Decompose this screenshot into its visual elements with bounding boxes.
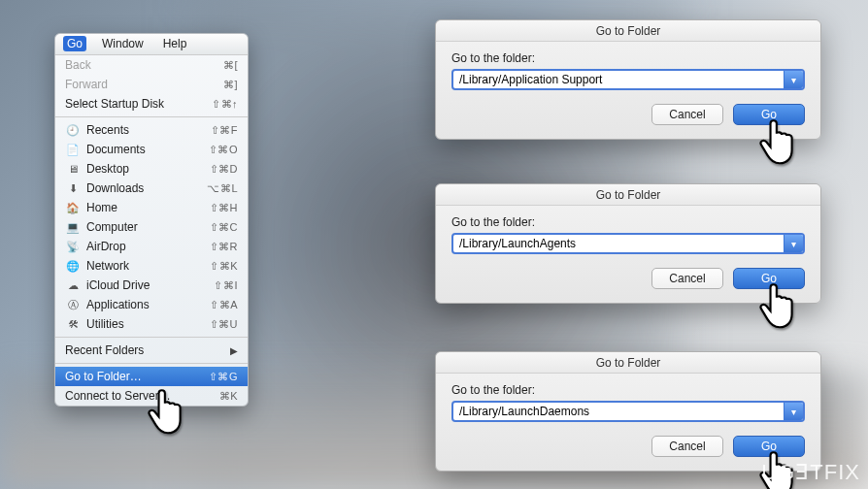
go-button[interactable]: Go — [733, 436, 805, 457]
menu-documents[interactable]: 📄 Documents ⇧⌘O — [55, 140, 248, 159]
document-icon: 📄 — [65, 144, 81, 156]
menu-separator — [55, 337, 248, 338]
menubar-window[interactable]: Window — [98, 36, 148, 51]
watermark-text: UGƎTFIX — [761, 460, 860, 485]
dialog-title: Go to Folder — [436, 352, 820, 374]
menu-connect-to-server[interactable]: Connect to Server… ⌘K — [55, 386, 248, 406]
go-menu-dropdown: Go Window Help Back ⌘[ Forward ⌘] Select… — [54, 33, 249, 407]
menu-back: Back ⌘[ — [55, 55, 248, 75]
menubar-help[interactable]: Help — [159, 36, 191, 51]
chevron-down-icon: ▾ — [791, 239, 796, 249]
go-to-folder-dialog-2: Go to Folder Go to the folder: ▾ Cancel … — [435, 183, 821, 304]
clock-icon: 🕘 — [65, 124, 81, 137]
menu-home[interactable]: 🏠 Home ⇧⌘H — [55, 198, 248, 217]
computer-icon: 💻 — [65, 221, 81, 234]
dialog-title: Go to Folder — [436, 20, 820, 42]
menu-network[interactable]: 🌐 Network ⇧⌘K — [55, 256, 248, 276]
go-button[interactable]: Go — [733, 104, 805, 125]
menu-recents[interactable]: 🕘 Recents ⇧⌘F — [55, 120, 248, 140]
menu-recent-folders[interactable]: Recent Folders ▶ — [55, 341, 248, 360]
menu-select-startup-disk[interactable]: Select Startup Disk ⇧⌘↑ — [55, 94, 248, 114]
menu-downloads[interactable]: ⬇ Downloads ⌥⌘L — [55, 179, 248, 198]
go-to-folder-dialog-3: Go to Folder Go to the folder: ▾ Cancel … — [435, 351, 821, 472]
chevron-right-icon: ▶ — [230, 345, 238, 356]
menu-computer[interactable]: 💻 Computer ⇧⌘C — [55, 217, 248, 237]
folder-path-input[interactable] — [453, 235, 784, 252]
folder-path-input[interactable] — [453, 403, 784, 420]
dialog-prompt-label: Go to the folder: — [451, 215, 805, 229]
folder-path-combobox[interactable]: ▾ — [451, 233, 805, 254]
dialog-prompt-label: Go to the folder: — [451, 383, 805, 397]
folder-path-input[interactable] — [453, 71, 784, 88]
folder-path-combobox[interactable]: ▾ — [451, 401, 805, 422]
cancel-button[interactable]: Cancel — [651, 436, 723, 457]
menu-separator — [55, 116, 248, 117]
airdrop-icon: 📡 — [65, 241, 81, 253]
cancel-button[interactable]: Cancel — [651, 268, 723, 289]
desktop-icon: 🖥 — [65, 163, 81, 175]
dropdown-button[interactable]: ▾ — [784, 235, 803, 252]
go-to-folder-dialog-1: Go to Folder Go to the folder: ▾ Cancel … — [435, 19, 821, 140]
menu-icloud-drive[interactable]: ☁ iCloud Drive ⇧⌘I — [55, 276, 248, 295]
menu-utilities[interactable]: 🛠 Utilities ⇧⌘U — [55, 314, 248, 334]
cancel-button[interactable]: Cancel — [651, 104, 723, 125]
cloud-icon: ☁ — [65, 279, 81, 292]
chevron-down-icon: ▾ — [791, 407, 796, 417]
network-icon: 🌐 — [65, 260, 81, 273]
menubar-go[interactable]: Go — [63, 36, 86, 51]
folder-path-combobox[interactable]: ▾ — [451, 69, 805, 90]
dropdown-button[interactable]: ▾ — [784, 403, 803, 420]
menu-airdrop[interactable]: 📡 AirDrop ⇧⌘R — [55, 237, 248, 256]
go-button[interactable]: Go — [733, 268, 805, 289]
home-icon: 🏠 — [65, 202, 81, 214]
dropdown-button[interactable]: ▾ — [784, 71, 803, 88]
menu-go-to-folder[interactable]: Go to Folder… ⇧⌘G — [55, 367, 248, 386]
downloads-icon: ⬇ — [65, 182, 81, 195]
menu-desktop[interactable]: 🖥 Desktop ⇧⌘D — [55, 159, 248, 179]
utilities-icon: 🛠 — [65, 318, 81, 330]
dialog-prompt-label: Go to the folder: — [451, 51, 805, 65]
applications-icon: Ⓐ — [65, 298, 81, 312]
menu-separator — [55, 363, 248, 364]
menu-applications[interactable]: Ⓐ Applications ⇧⌘A — [55, 295, 248, 314]
menubar: Go Window Help — [55, 34, 248, 55]
chevron-down-icon: ▾ — [791, 75, 796, 85]
menu-forward: Forward ⌘] — [55, 75, 248, 94]
dialog-title: Go to Folder — [436, 184, 820, 206]
